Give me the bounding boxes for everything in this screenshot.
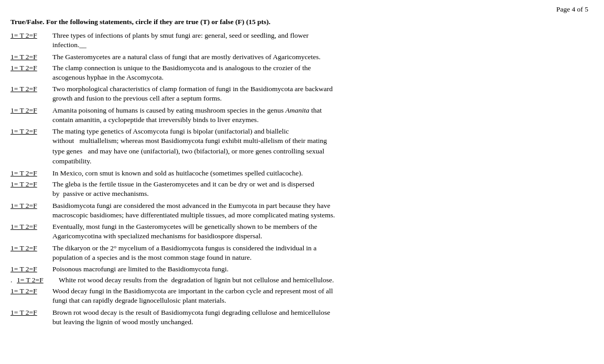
- item-label: 1= T 2=F: [10, 287, 52, 295]
- item-content: In Mexico, corn smut is known and sold a…: [52, 169, 588, 178]
- item-content: Poisonous macrofungi are limited to the …: [52, 265, 588, 273]
- list-item: 1= T 2=F Two morphological characteristi…: [10, 85, 588, 104]
- item-content: The clamp connection is unique to the Ba…: [52, 64, 588, 72]
- item-continuation: contain amanitin, a cyclopeptide that ir…: [10, 115, 588, 125]
- item-continuation: ascogenous hyphae in the Ascomycota.: [10, 72, 588, 83]
- item-label: 1= T 2=F: [10, 308, 52, 317]
- item-continuation: infection.__: [10, 40, 588, 50]
- item-continuation: growth and fusion to the previous cell a…: [10, 93, 588, 104]
- list-item: . 1= T 2=F White rot wood decay results …: [10, 276, 588, 284]
- item-label: 1= T 2=F: [10, 127, 52, 136]
- item-label: 1= T 2=F: [10, 223, 52, 231]
- item-continuation: population of a species and is the most …: [10, 252, 588, 263]
- item-label: 1= T 2=F: [10, 169, 52, 178]
- list-item: 1= T 2=F The dikaryon or the 2° mycelium…: [10, 244, 588, 263]
- item-label: 1= T 2=F: [10, 106, 52, 115]
- item-continuation: macroscopic basidiomes; have differentia…: [10, 210, 588, 220]
- list-item: 1= T 2=F Brown rot wood decay is the res…: [10, 308, 588, 327]
- list-item: 1= T 2=F Three types of infections of pl…: [10, 31, 588, 50]
- page-number: Page 4 of 5: [556, 5, 588, 14]
- list-item: 1= T 2=F The Gasteromycetes are a natura…: [10, 53, 588, 61]
- section-title: True/False. For the following statements…: [10, 18, 588, 26]
- item-continuation: compatibility.: [10, 156, 588, 167]
- item-content: The dikaryon or the 2° mycelium of a Bas…: [52, 244, 588, 252]
- item-content: The Gasteromycetes are a natural class o…: [52, 53, 588, 61]
- item-continuation: without multiallelism; whereas most Basi…: [10, 136, 588, 146]
- item-label: 1= T 2=F: [10, 202, 52, 210]
- list-item: 1= T 2=F The gleba is the fertile tissue…: [10, 180, 588, 199]
- item-label: 1= T 2=F: [10, 31, 52, 40]
- item-label: 1= T 2=F: [10, 180, 52, 189]
- item-label: 1= T 2=F: [17, 276, 59, 284]
- item-content: Wood decay fungi in the Basidiomycota ar…: [52, 287, 588, 295]
- item-label: 1= T 2=F: [10, 53, 52, 61]
- item-content: The mating type genetics of Ascomycota f…: [52, 127, 588, 136]
- item-content: Basidiomycota fungi are considered the m…: [52, 202, 588, 210]
- item-content: The gleba is the fertile tissue in the G…: [52, 180, 588, 189]
- items-container: 1= T 2=F Three types of infections of pl…: [10, 31, 588, 327]
- item-label: 1= T 2=F: [10, 244, 52, 252]
- item-content: Eventually, most fungi in the Gasteromyc…: [52, 223, 588, 231]
- item-continuation: type genes and may have one (unifactoria…: [10, 146, 588, 157]
- item-label: 1= T 2=F: [10, 265, 52, 273]
- item-continuation: but leaving the lignin of wood mostly un…: [10, 317, 588, 327]
- list-item: 1= T 2=F Wood decay fungi in the Basidio…: [10, 287, 588, 306]
- list-item: 1= T 2=F Amanita poisoning of humans is …: [10, 106, 588, 125]
- item-continuation: by passive or active mechanisms.: [10, 189, 588, 199]
- item-continuation: Agaricomycotina with specialized mechani…: [10, 231, 588, 241]
- dot-prefix: .: [10, 276, 17, 284]
- item-content: Three types of infections of plants by s…: [52, 31, 588, 40]
- list-item: 1= T 2=F The clamp connection is unique …: [10, 64, 588, 83]
- item-label: 1= T 2=F: [10, 85, 52, 93]
- item-content: Amanita poisoning of humans is caused by…: [52, 106, 588, 115]
- item-content: Brown rot wood decay is the result of Ba…: [52, 308, 588, 317]
- list-item: 1= T 2=F In Mexico, corn smut is known a…: [10, 169, 588, 178]
- list-item: 1= T 2=F The mating type genetics of Asc…: [10, 127, 588, 167]
- item-continuation: fungi that can rapidly degrade lignocell…: [10, 295, 588, 306]
- list-item: 1= T 2=F Basidiomycota fungi are conside…: [10, 202, 588, 220]
- list-item: 1= T 2=F Poisonous macrofungi are limite…: [10, 265, 588, 273]
- list-item: 1= T 2=F Eventually, most fungi in the G…: [10, 223, 588, 241]
- item-label: 1= T 2=F: [10, 64, 52, 72]
- item-content: Two morphological characteristics of cla…: [52, 85, 588, 93]
- item-content: White rot wood decay results from the de…: [59, 276, 588, 284]
